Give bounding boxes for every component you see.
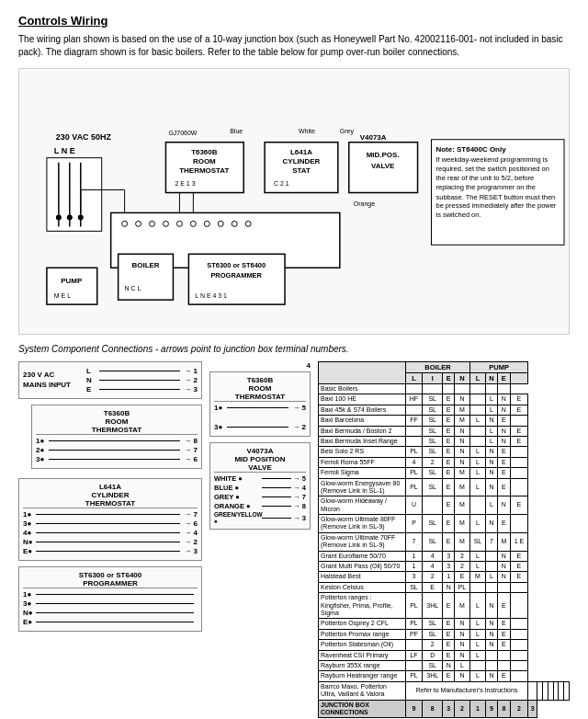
- table-row: Basic Boilers: [319, 384, 570, 394]
- table-row: Potterton Osprey 2 CFLPLSLENLNE: [319, 619, 570, 629]
- table-row: Glow-worm Energysaver 80 (Remove Link in…: [319, 478, 570, 496]
- svg-text:GJ7060W: GJ7060W: [168, 130, 197, 136]
- table-row: Barrco Maxo, Potterton Ultra, Vaillant &…: [319, 681, 570, 700]
- svg-text:ROOM: ROOM: [193, 157, 216, 165]
- svg-text:N  C  L: N C L: [125, 285, 141, 291]
- svg-text:MID.POS.: MID.POS.: [367, 151, 400, 159]
- table-row: Rayburn Heatranger rangePL3HLENLNE: [319, 671, 570, 681]
- svg-text:Orange: Orange: [354, 200, 375, 208]
- table-row: Ferroli SigmaPLSLEMLNE: [319, 468, 570, 478]
- svg-text:BOILER: BOILER: [131, 261, 159, 269]
- svg-text:VALVE: VALVE: [371, 162, 394, 170]
- connection-table-container: BOILER PUMP L I E N L N E Basic: [318, 361, 570, 719]
- table-row: Glow-worm Hideaway / MicronUEMLNE: [319, 496, 570, 515]
- sub-e2: E: [498, 373, 511, 384]
- table-row: Baxi Bermuda Inset RangeSLENLNE: [319, 436, 570, 446]
- table-row: Grant Euroflame 50/701432LNE: [319, 551, 570, 561]
- svg-text:PUMP: PUMP: [61, 277, 83, 285]
- table-row: Keston CelsiusSLENPL: [319, 582, 570, 592]
- mains-input-diagram: 230 V ACMAINS INPUT L→ 1 N→ 2 E→ 3: [18, 361, 202, 399]
- intro-text: The wiring plan shown is based on the us…: [18, 33, 570, 59]
- svg-text:THERMOSTAT: THERMOSTAT: [179, 166, 229, 175]
- table-row: Rayburn 355X rangeSLNL: [319, 660, 570, 670]
- table-row: Ravenheat CSI PrimaryLFDENL: [319, 650, 570, 660]
- sub-i: I: [422, 373, 442, 384]
- svg-text:M  E  L: M E L: [54, 292, 71, 299]
- table-row: Potterton Promax rangePFSLENLNE: [319, 629, 570, 639]
- sub-l2: L: [469, 373, 485, 384]
- cylinder-stat-diagram: L641ACYLINDERTHERMOSTAT 1●→ 7 3●→ 6 4●→ …: [18, 478, 202, 561]
- svg-text:STAT: STAT: [292, 166, 311, 175]
- room-stat-diagram: T6360BROOMTHERMOSTAT 1●→ 8 2●→ 7 3●→ 6: [31, 405, 202, 469]
- table-row: Potterton ranges : Kingfisher, Prima, Pr…: [319, 593, 570, 619]
- svg-text:White: White: [299, 128, 315, 134]
- programmer-diagram-left: ST6300 or ST6400PROGRAMMER 1● 3● N● E●: [18, 566, 202, 632]
- table-row: Besi Solo 2 RSPLSLENLNE: [319, 447, 570, 457]
- boiler-pump-table: BOILER PUMP L I E N L N E Basic: [318, 361, 570, 718]
- room-stat-right: T6360BROOMTHERMOSTAT 1●→ 5 3●→ 2: [209, 371, 311, 437]
- svg-point-8: [67, 214, 73, 220]
- right-diagrams-panel: 4 T6360BROOMTHERMOSTAT 1●→ 5 3●→ 2 V4073…: [209, 361, 311, 719]
- svg-text:C  2  1: C 2 1: [274, 180, 289, 187]
- table-row: Baxi BarcelonaFFSLEMLNE: [319, 416, 570, 426]
- left-diagrams-panel: 230 V ACMAINS INPUT L→ 1 N→ 2 E→ 3 T6360…: [18, 361, 202, 719]
- table-row: Glow-worm Ultimate 80FF (Remove Link in …: [319, 515, 570, 533]
- svg-text:Grey: Grey: [340, 128, 355, 135]
- sub-n2: N: [485, 373, 497, 384]
- table-row: Ferroli Roma 55FF42ENLNE: [319, 457, 570, 467]
- table-row: Baxi Bermuda / Boston 2SLENLNE: [319, 426, 570, 436]
- table-row: Glow-worm Ultimate 70FF (Remove Link in …: [319, 532, 570, 551]
- svg-text:2  E  1  3: 2 E 1 3: [175, 180, 195, 187]
- junction-box-row: JUNCTION BOX CONNECTIONS983219823: [319, 700, 570, 718]
- wiring-diagram: 230 VAC 50HZ L N E T6360B ROOM THERMOSTA…: [18, 68, 570, 335]
- svg-text:230 VAC 50HZ: 230 VAC 50HZ: [56, 132, 112, 142]
- sub-l1: L: [406, 373, 423, 384]
- system-title: System Component Connections - arrows po…: [18, 344, 570, 354]
- svg-text:Blue: Blue: [230, 128, 243, 134]
- table-row: Baxi 100 HEHFSLENLNE: [319, 394, 570, 405]
- svg-text:V4073A: V4073A: [360, 133, 387, 142]
- boiler-col-header: BOILER: [406, 362, 470, 373]
- svg-text:L641A: L641A: [290, 148, 312, 156]
- svg-text:Note: ST6400C Only: Note: ST6400C Only: [435, 145, 506, 154]
- midpos-valve-diagram: V4073AMID POSITIONVALVE WHITE ●→ 5 BLUE …: [209, 442, 311, 530]
- table-row: Halstead Best321EMLNE: [319, 572, 570, 582]
- svg-text:PROGRAMMER: PROGRAMMER: [210, 271, 262, 280]
- svg-rect-3: [47, 158, 102, 232]
- sub-e1: E: [443, 373, 455, 384]
- table-row: Grant Multi Pass (Oil) 50/701432LNE: [319, 562, 570, 572]
- system-section: System Component Connections - arrows po…: [18, 344, 570, 719]
- pump-col-header: PUMP: [469, 362, 527, 373]
- page-title: Controls Wiring: [18, 14, 570, 28]
- svg-text:CYLINDER: CYLINDER: [283, 157, 321, 165]
- svg-point-7: [56, 214, 62, 220]
- table-header-boiler: [319, 362, 406, 384]
- svg-text:L  N  E  4  3  1: L N E 4 3 1: [195, 292, 227, 299]
- svg-text:T6360B: T6360B: [191, 148, 218, 156]
- sub-extra: [510, 373, 528, 384]
- svg-text:ST6300 or ST6400: ST6300 or ST6400: [207, 261, 266, 269]
- table-row: Baxi 45k & S74 BoilersSLEMLNE: [319, 405, 570, 415]
- svg-text:L  N  E: L N E: [54, 146, 75, 155]
- svg-point-9: [78, 214, 84, 220]
- table-row: Potterton Statesman (Oil)2ENLNE: [319, 640, 570, 650]
- sub-n1: N: [454, 373, 469, 384]
